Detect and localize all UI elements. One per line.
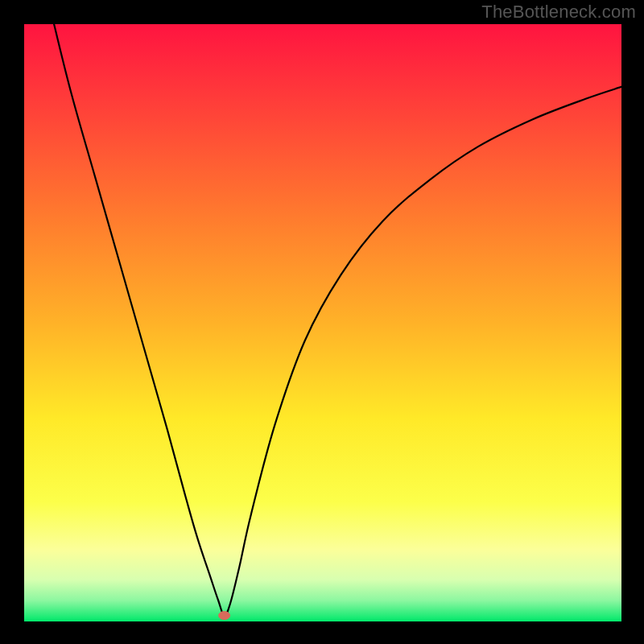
chart-svg [24, 24, 621, 621]
minimum-marker [219, 612, 230, 620]
plot-area [24, 24, 621, 621]
gradient-background [24, 24, 621, 621]
chart-frame: TheBottleneck.com [0, 0, 644, 644]
watermark-text: TheBottleneck.com [481, 2, 636, 23]
